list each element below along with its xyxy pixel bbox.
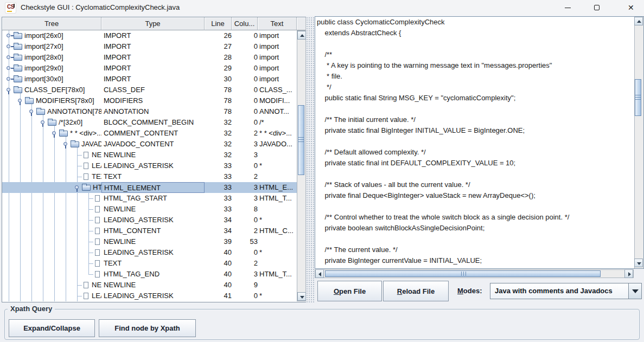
- column-cell: 0: [232, 95, 258, 106]
- code-line: public class CyclomaticComplexityCheck: [315, 17, 634, 28]
- tree-connector: [88, 220, 93, 221]
- tree-row-selected[interactable]: HTML_ELEMENTHTML_ELEMENT333HTML_E...: [2, 182, 297, 193]
- app-icon-exclamation: [14, 4, 15, 8]
- close-button[interactable]: ✕: [619, 0, 644, 16]
- expand-collapse-button[interactable]: Expand/Collapse: [9, 319, 95, 337]
- tree-row[interactable]: HTML_TAG_STARTHTML_TAG_START333HTML_T...: [2, 193, 297, 204]
- line-cell: 78: [205, 85, 232, 95]
- folder-icon: [14, 66, 22, 72]
- tree-expand-handle-icon[interactable]: [7, 44, 10, 48]
- text-cell: *: [258, 291, 297, 301]
- chevron-down-icon[interactable]: [628, 283, 641, 299]
- scroll-left-button[interactable]: [315, 269, 324, 278]
- column-header-line[interactable]: Line: [205, 17, 232, 30]
- column-cell: 2: [232, 128, 258, 139]
- tree-row[interactable]: import[26x0]IMPORT260import: [2, 30, 297, 41]
- tree-row[interactable]: NEWLINENEWLINE3953: [2, 236, 297, 247]
- tree-row[interactable]: /*[32x0]BLOCK_COMMENT_BEGIN320/*: [2, 117, 297, 128]
- tree-row[interactable]: import[29x0]IMPORT290import: [2, 63, 297, 74]
- tree-row[interactable]: CLASS_DEF[78x0]CLASS_DEF780CLASS_...: [2, 85, 297, 95]
- column-header-tree[interactable]: Tree: [2, 17, 101, 30]
- text-cell: *: [258, 215, 297, 225]
- tree-cell: NEWLINE: [2, 150, 101, 160]
- tree-expand-handle-icon[interactable]: [7, 55, 10, 59]
- tree-row[interactable]: LEADING_ASTERISKLEADING_ASTERISK400*: [2, 247, 297, 258]
- tree-row[interactable]: JAVADOC_CONTENTJAVADOC_CONTENT323JAVADO.…: [2, 139, 297, 150]
- close-icon: ✕: [628, 3, 634, 12]
- minimize-button[interactable]: [555, 0, 580, 16]
- column-cell: 0: [232, 85, 258, 95]
- column-cell: 3: [232, 150, 258, 160]
- tree-expand-handle-icon[interactable]: [7, 77, 10, 81]
- text-cell: import: [258, 74, 297, 85]
- type-cell: IMPORT: [101, 30, 205, 41]
- scroll-up-button[interactable]: [634, 17, 643, 25]
- leaf-node-icon: [84, 293, 88, 299]
- column-cell: 3: [232, 193, 258, 204]
- column-header-text[interactable]: Text: [258, 17, 297, 30]
- scroll-down-button[interactable]: [634, 259, 643, 267]
- tree-row[interactable]: import[30x0]IMPORT300import: [2, 74, 297, 85]
- tree-row[interactable]: import[28x0]IMPORT280import: [2, 52, 297, 63]
- line-cell: 27: [205, 41, 232, 52]
- tree-row[interactable]: LEADING_ASTERISKLEADING_ASTERISK340*: [2, 215, 297, 225]
- minimize-icon: [565, 8, 571, 8]
- tree-row[interactable]: NEWLINENEWLINE323: [2, 150, 297, 160]
- tree-row[interactable]: * * <div>...COMMENT_CONTENT322* * <div>.…: [2, 128, 297, 139]
- reload-file-button[interactable]: Reload File: [383, 281, 449, 301]
- tree-expand-handle-icon[interactable]: [7, 34, 10, 37]
- split-pane-divider[interactable]: [306, 17, 315, 302]
- tree-cell: import[27x0]: [2, 41, 101, 52]
- tree-cell: HTML_ELEMENT: [2, 182, 101, 193]
- tree-cell: TEXT: [2, 258, 101, 269]
- leaf-node-icon: [84, 163, 88, 169]
- tree-row[interactable]: NEWLINENEWLINE409: [2, 280, 297, 291]
- maximize-button[interactable]: [584, 0, 609, 16]
- tree-row[interactable]: ANNOTATION[78x0]ANNOTATION780ANNOT...: [2, 106, 297, 117]
- scroll-right-button[interactable]: [624, 269, 633, 278]
- column-cell: 0: [232, 30, 258, 41]
- tree-row[interactable]: TEXTTEXT332: [2, 171, 297, 182]
- source-code-editor[interactable]: public class CyclomaticComplexityCheck e…: [315, 17, 634, 268]
- type-cell: HTML_CONTENT: [101, 225, 205, 236]
- code-horizontal-scrollbar[interactable]: [315, 269, 634, 278]
- tree-vertical-scrollbar[interactable]: [297, 30, 306, 301]
- tree-expand-handle-icon[interactable]: [7, 66, 10, 70]
- text-cell: * * <div>...: [258, 128, 297, 139]
- app-icon-accent: [7, 11, 12, 12]
- column-header-colu[interactable]: Colu...: [232, 17, 258, 30]
- modes-combobox[interactable]: Java with comments and Javadocs: [490, 283, 642, 299]
- title-bar: CS Checkstyle GUI : CyclomaticComplexity…: [0, 0, 644, 16]
- tree-row[interactable]: HTML_CONTENTHTML_CONTENT342HTML_C...: [2, 225, 297, 236]
- tree-row[interactable]: TEXTTEXT402: [2, 258, 297, 269]
- tree-node-label: import[27x0]: [24, 41, 63, 52]
- line-cell: 33: [205, 204, 232, 215]
- tree-row[interactable]: import[27x0]IMPORT270import: [2, 41, 297, 52]
- tree-cell: LEADING_ASTERISK: [2, 247, 101, 258]
- tree-expand-handle-stem: [42, 124, 43, 127]
- tree-scrollbar-thumb[interactable]: [298, 105, 304, 175]
- tree-row[interactable]: MODIFIERS[78x0]MODIFIERS780MODIFI...: [2, 95, 297, 106]
- tree-expand-handle-stem: [65, 145, 66, 149]
- code-scrollbar-thumb[interactable]: [635, 79, 641, 116]
- line-cell: 78: [205, 106, 232, 117]
- tree-cell: NEWLINE: [2, 280, 101, 291]
- code-line: private BigInteger currentValue = INITIA…: [315, 255, 634, 266]
- tree-row[interactable]: LEADING_ASTERISKLEADING_ASTERISK410*: [2, 291, 297, 301]
- scroll-up-button[interactable]: [297, 31, 306, 40]
- ast-tree-panel: TreeTypeLineColu...Text import[26x0]IMPO…: [2, 17, 307, 302]
- code-vertical-scrollbar[interactable]: [634, 17, 643, 268]
- code-hscrollbar-thumb[interactable]: [325, 270, 601, 277]
- scroll-down-button[interactable]: [297, 292, 306, 301]
- column-header-type[interactable]: Type: [101, 17, 205, 30]
- tree-connector: [88, 242, 93, 242]
- tree-node-label: HTML_ELEMENT: [93, 182, 101, 193]
- line-cell: 39: [205, 236, 232, 247]
- tree-row[interactable]: NEWLINENEWLINE338: [2, 204, 297, 215]
- open-file-button[interactable]: Open File: [317, 281, 382, 301]
- find-node-by-xpath-button[interactable]: Find node by Xpath: [99, 319, 196, 337]
- line-cell: 32: [205, 150, 232, 160]
- tree-row[interactable]: LEADING_ASTERISKLEADING_ASTERISK330*: [2, 160, 297, 171]
- code-line: /** Default allowed complexity. */: [315, 147, 634, 158]
- tree-row[interactable]: HTML_TAG_ENDHTML_TAG_END403HTML_T...: [2, 269, 297, 280]
